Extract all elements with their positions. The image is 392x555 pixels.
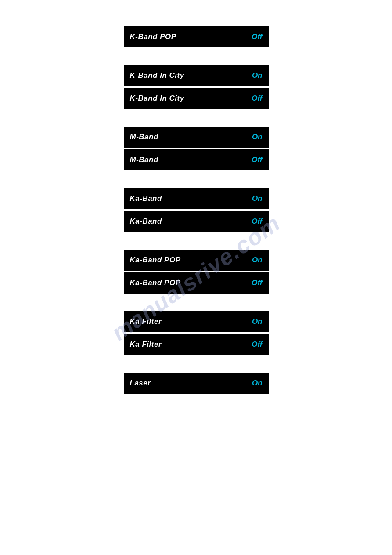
setting-row[interactable]: K-Band in CityOff [124,88,269,109]
setting-label: M-Band [130,133,158,141]
setting-label: Ka Filter [130,340,162,349]
group-laser: LaserOn [124,373,269,394]
setting-label: Ka-Band [130,194,162,203]
setting-status: On [252,133,263,141]
setting-status: On [252,256,263,265]
setting-label: K-Band POP [130,33,176,41]
setting-status: On [252,71,263,80]
setting-status: Off [252,94,262,103]
setting-row[interactable]: Ka-BandOn [124,188,269,209]
setting-status: On [252,379,263,388]
group-k-band-city: K-Band in CityOnK-Band in CityOff [124,65,269,109]
setting-row[interactable]: Ka FilterOn [124,311,269,332]
setting-row[interactable]: Ka FilterOff [124,334,269,355]
setting-row[interactable]: Ka-Band POPOn [124,250,269,271]
setting-status: Off [252,33,262,41]
setting-row[interactable]: Ka-BandOff [124,211,269,232]
setting-status: On [252,194,263,203]
setting-label: M-Band [130,156,158,164]
group-ka-filter: Ka FilterOnKa FilterOff [124,311,269,355]
setting-status: Off [252,156,262,164]
setting-label: Ka Filter [130,317,162,326]
group-ka-band-pop: Ka-Band POPOnKa-Band POPOff [124,250,269,294]
content-area: K-Band POPOffK-Band in CityOnK-Band in C… [0,0,392,420]
setting-label: K-Band in City [130,94,184,103]
setting-status: Off [252,279,262,287]
setting-label: K-Band in City [130,71,184,80]
setting-label: Ka-Band POP [130,256,181,265]
group-k-band-pop: K-Band POPOff [124,26,269,47]
setting-label: Ka-Band [130,217,162,226]
setting-row[interactable]: M-BandOff [124,149,269,170]
group-m-band: M-BandOnM-BandOff [124,127,269,170]
setting-row[interactable]: K-Band POPOff [124,26,269,47]
setting-row[interactable]: K-Band in CityOn [124,65,269,86]
setting-status: Off [252,340,262,349]
setting-label: Ka-Band POP [130,279,181,287]
setting-row[interactable]: LaserOn [124,373,269,394]
setting-row[interactable]: M-BandOn [124,127,269,148]
setting-label: Laser [130,379,151,388]
setting-row[interactable]: Ka-Band POPOff [124,272,269,294]
group-ka-band: Ka-BandOnKa-BandOff [124,188,269,232]
setting-status: Off [252,217,262,226]
setting-status: On [252,317,263,326]
